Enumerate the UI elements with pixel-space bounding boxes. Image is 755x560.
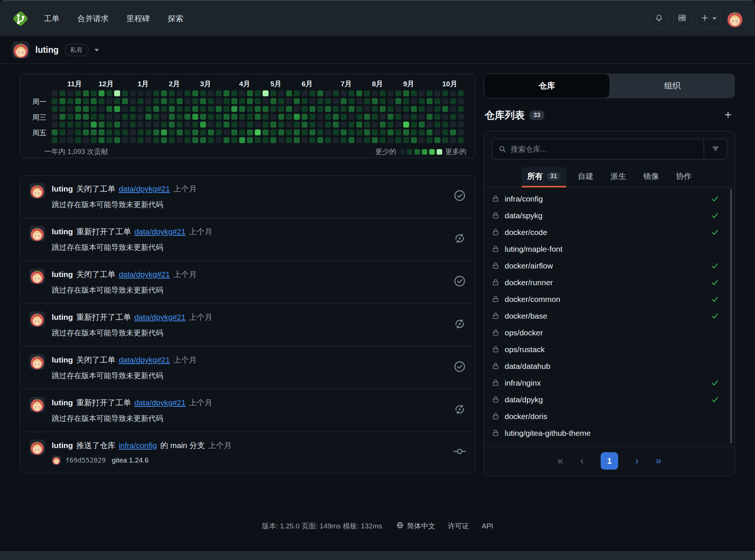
heatmap-cell[interactable]	[302, 98, 308, 104]
heatmap-cell[interactable]	[192, 98, 198, 104]
heatmap-cell[interactable]	[356, 129, 362, 135]
heatmap-cell[interactable]	[270, 90, 276, 96]
heatmap-cell[interactable]	[325, 122, 331, 128]
heatmap-cell[interactable]	[450, 98, 456, 104]
heatmap-cell[interactable]	[60, 137, 65, 143]
heatmap-cell[interactable]	[278, 122, 284, 128]
heatmap-cell[interactable]	[270, 98, 276, 104]
heatmap-cell[interactable]	[263, 90, 269, 96]
heatmap-cell[interactable]	[317, 137, 323, 143]
heatmap-cell[interactable]	[302, 122, 308, 128]
heatmap-cell[interactable]	[442, 98, 448, 104]
repo-row[interactable]: infra/nginx	[492, 374, 727, 391]
heatmap-cell[interactable]	[255, 129, 261, 135]
heatmap-cell[interactable]	[200, 137, 206, 143]
heatmap-cell[interactable]	[255, 137, 261, 143]
heatmap-cell[interactable]	[208, 137, 214, 143]
heatmap-cell[interactable]	[395, 122, 401, 128]
heatmap-cell[interactable]	[325, 98, 331, 104]
repo-name-link[interactable]: ops/docker	[505, 328, 543, 337]
heatmap-cell[interactable]	[247, 90, 253, 96]
repo-row[interactable]: data/spykg	[492, 207, 727, 224]
heatmap-cell[interactable]	[458, 122, 464, 128]
heatmap-cell[interactable]	[278, 98, 284, 104]
heatmap-cell[interactable]	[106, 114, 112, 120]
heatmap-cell[interactable]	[341, 114, 347, 120]
heatmap-cell[interactable]	[403, 122, 409, 128]
heatmap-cell[interactable]	[52, 114, 58, 120]
heatmap-cell[interactable]	[192, 114, 198, 120]
heatmap-cell[interactable]	[224, 98, 229, 104]
heatmap-cell[interactable]	[122, 129, 128, 135]
add-repo-button[interactable]	[723, 110, 733, 121]
heatmap-cell[interactable]	[388, 106, 393, 112]
heatmap-cell[interactable]	[434, 90, 440, 96]
heatmap-cell[interactable]	[348, 129, 354, 135]
heatmap-cell[interactable]	[411, 106, 417, 112]
heatmap-cell[interactable]	[427, 137, 433, 143]
heatmap-cell[interactable]	[333, 114, 339, 120]
heatmap-cell[interactable]	[67, 106, 73, 112]
heatmap-cell[interactable]	[60, 114, 65, 120]
heatmap-cell[interactable]	[348, 98, 354, 104]
heatmap-cell[interactable]	[184, 122, 190, 128]
heatmap-cell[interactable]	[114, 114, 120, 120]
nav-link-2[interactable]: 里程碑	[126, 13, 150, 24]
heatmap-cell[interactable]	[200, 114, 206, 120]
heatmap-cell[interactable]	[442, 122, 448, 128]
heatmap-cell[interactable]	[145, 114, 151, 120]
heatmap-cell[interactable]	[106, 137, 112, 143]
feed-username-link[interactable]: luting	[52, 270, 73, 279]
pagination-button[interactable]: ›	[635, 456, 639, 466]
feed-target-link[interactable]: data/dpykg#21	[134, 313, 186, 322]
heatmap-cell[interactable]	[192, 137, 198, 143]
heatmap-cell[interactable]	[278, 137, 284, 143]
heatmap-cell[interactable]	[169, 122, 175, 128]
heatmap-cell[interactable]	[333, 129, 339, 135]
filter-tab-镜像[interactable]: 镜像	[637, 167, 665, 187]
heatmap-cell[interactable]	[60, 122, 65, 128]
heatmap-cell[interactable]	[83, 106, 89, 112]
repo-row[interactable]: docker/code	[492, 224, 727, 241]
heatmap-cell[interactable]	[286, 114, 292, 120]
heatmap-cell[interactable]	[99, 122, 105, 128]
heatmap-cell[interactable]	[138, 129, 144, 135]
heatmap-cell[interactable]	[442, 129, 448, 135]
heatmap-cell[interactable]	[75, 129, 81, 135]
heatmap-cell[interactable]	[411, 129, 417, 135]
heatmap-cell[interactable]	[341, 129, 347, 135]
heatmap-cell[interactable]	[161, 114, 167, 120]
heatmap-cell[interactable]	[263, 106, 269, 112]
heatmap-cell[interactable]	[317, 106, 323, 112]
heatmap-cell[interactable]	[231, 114, 237, 120]
heatmap-cell[interactable]	[364, 122, 370, 128]
admin-panel-button[interactable]	[673, 10, 691, 28]
heatmap-cell[interactable]	[286, 122, 292, 128]
nav-link-0[interactable]: 工单	[44, 13, 60, 24]
heatmap-cell[interactable]	[83, 90, 89, 96]
heatmap-cell[interactable]	[91, 98, 97, 104]
heatmap-cell[interactable]	[388, 122, 393, 128]
heatmap-cell[interactable]	[145, 129, 151, 135]
heatmap-cell[interactable]	[419, 114, 425, 120]
heatmap-cell[interactable]	[348, 106, 354, 112]
heatmap-cell[interactable]	[434, 106, 440, 112]
heatmap-cell[interactable]	[411, 90, 417, 96]
heatmap-cell[interactable]	[333, 122, 339, 128]
heatmap-cell[interactable]	[263, 98, 269, 104]
heatmap-cell[interactable]	[395, 98, 401, 104]
heatmap-cell[interactable]	[270, 106, 276, 112]
heatmap-cell[interactable]	[216, 98, 222, 104]
heatmap-cell[interactable]	[208, 90, 214, 96]
heatmap-cell[interactable]	[224, 114, 229, 120]
heatmap-cell[interactable]	[309, 90, 315, 96]
heatmap-cell[interactable]	[450, 106, 456, 112]
heatmap-cell[interactable]	[442, 106, 448, 112]
heatmap-cell[interactable]	[286, 98, 292, 104]
footer-link-简体中文[interactable]: 简体中文	[396, 521, 435, 531]
heatmap-cell[interactable]	[91, 106, 97, 112]
heatmap-cell[interactable]	[341, 137, 347, 143]
heatmap-cell[interactable]	[380, 122, 386, 128]
heatmap-cell[interactable]	[184, 106, 190, 112]
heatmap-cell[interactable]	[75, 114, 81, 120]
